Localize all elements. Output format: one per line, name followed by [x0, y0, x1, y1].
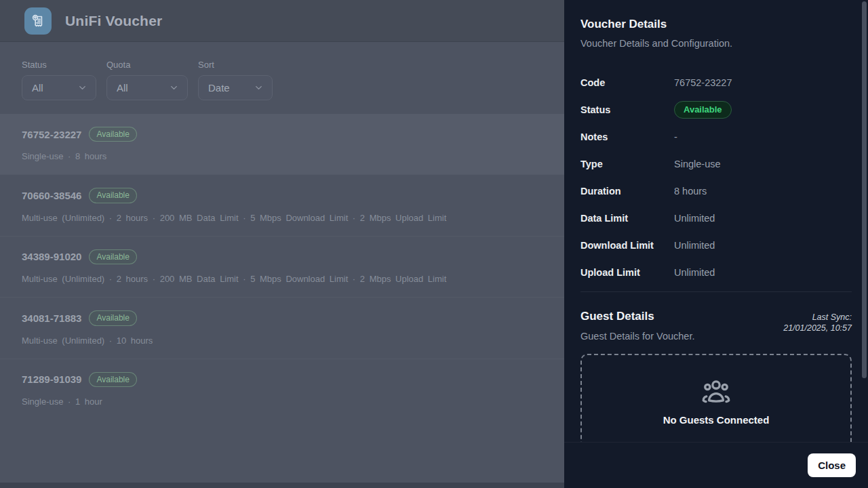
voucher-details-panel: Voucher Details Voucher Details and Conf… — [564, 0, 868, 488]
status-badge: Available — [674, 101, 732, 119]
no-guests-text: No Guests Connected — [663, 414, 770, 426]
detail-duration-value: 8 hours — [674, 186, 707, 197]
detail-row-type: Type Single-use — [580, 150, 852, 178]
panel-footer: Close — [564, 442, 868, 488]
detail-row-code: Code 76752-23227 — [580, 69, 852, 96]
panel-title: Voucher Details — [580, 18, 852, 31]
detail-upload-limit-value: Unlimited — [674, 267, 715, 278]
detail-data-limit-value: Unlimited — [674, 213, 715, 224]
section-divider — [580, 291, 852, 292]
guest-details-header: Guest Details Guest Details for Voucher.… — [580, 310, 852, 342]
guest-details-subtitle: Guest Details for Voucher. — [580, 331, 694, 342]
detail-row-download-limit: Download Limit Unlimited — [580, 232, 852, 259]
voucher-detail-rows: Code 76752-23227 Status Available Notes … — [580, 69, 852, 286]
detail-row-status: Status Available — [580, 96, 852, 123]
app-window: UniFi Voucher Status All Quota All Sort — [0, 0, 868, 488]
no-guests-box: No Guests Connected — [580, 354, 852, 442]
guest-details-title: Guest Details — [580, 310, 694, 323]
last-sync-value: 21/01/2025, 10:57 — [783, 323, 852, 333]
detail-row-data-limit: Data Limit Unlimited — [580, 205, 852, 232]
panel-subtitle: Voucher Details and Configuration. — [580, 38, 852, 49]
voucher-list-page: UniFi Voucher Status All Quota All Sort — [0, 0, 564, 488]
detail-row-notes: Notes - — [580, 123, 852, 150]
panel-scrollbar[interactable] — [862, 1, 867, 378]
users-icon — [701, 377, 732, 408]
last-sync-label: Last Sync: — [783, 312, 852, 323]
detail-notes-value: - — [674, 131, 677, 142]
last-sync: Last Sync: 21/01/2025, 10:57 — [783, 310, 852, 342]
modal-backdrop[interactable] — [0, 0, 564, 488]
panel-content: Voucher Details Voucher Details and Conf… — [564, 0, 868, 442]
detail-row-duration: Duration 8 hours — [580, 178, 852, 205]
detail-code-value: 76752-23227 — [674, 77, 732, 88]
close-button[interactable]: Close — [808, 453, 856, 477]
detail-row-upload-limit: Upload Limit Unlimited — [580, 259, 852, 286]
detail-type-value: Single-use — [674, 159, 721, 169]
detail-download-limit-value: Unlimited — [674, 240, 715, 251]
